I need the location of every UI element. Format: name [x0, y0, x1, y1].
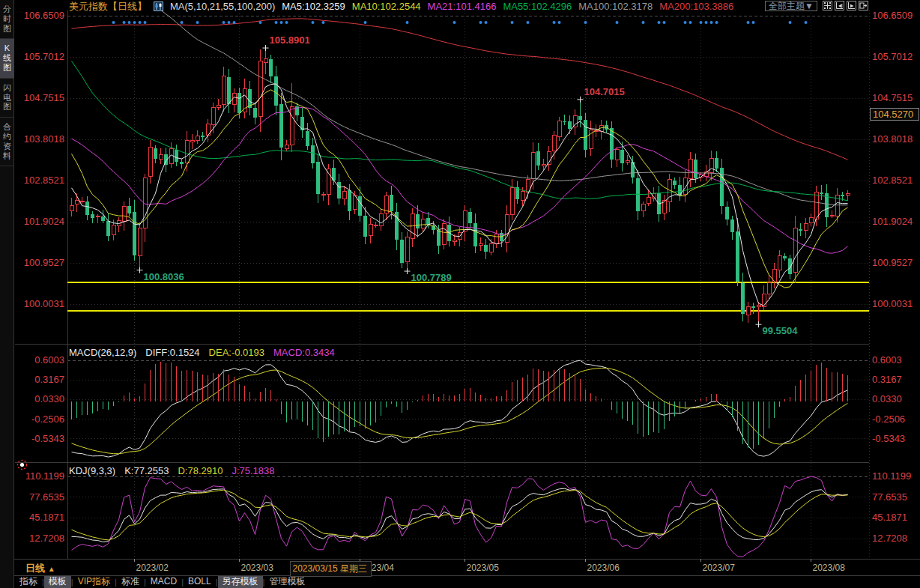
crosshair-date-readout: 2023/03/15 星期三 [290, 561, 372, 577]
sidebar-tab-char: 时 [0, 14, 14, 24]
kdj-plot [72, 476, 848, 557]
macd-y-label: -0.2506 [15, 413, 64, 425]
ma-line-ma55 [72, 61, 848, 201]
kdj-y-label: 110.1199 [15, 470, 64, 482]
macd-y-label: -0.5343 [15, 433, 64, 444]
sidebar-tab-char: 资 [0, 142, 14, 151]
sidebar-tab-1[interactable]: 分时图 [0, 0, 14, 39]
main-y-label: 100.9527 [15, 257, 64, 268]
macd-y-label: 0.0330 [872, 393, 902, 404]
kdj-header: KDJ(9,3,3)K:77.2553D:78.2910J:75.1838 [69, 465, 275, 476]
main-y-label: 106.6509 [872, 10, 913, 21]
legend-item: MA55:102.4296 [503, 1, 572, 12]
toolbar-item-5[interactable]: MACD [146, 576, 181, 588]
indicator-value: D:78.2910 [178, 465, 223, 476]
sidebar-tab-char: 分 [0, 4, 14, 14]
main-y-label: 106.6509 [15, 10, 64, 21]
chart-toolbar-icons [823, 1, 868, 10]
main-y-label: 101.9024 [872, 216, 913, 227]
kdj-y-label: 12.7208 [15, 533, 64, 544]
main-y-label: 100.0031 [15, 298, 64, 309]
price-annotation: 99.5504 [763, 325, 799, 336]
x-axis-month-label: 2023/03 [241, 563, 273, 573]
sidebar-tab-char: 电 [0, 93, 14, 103]
macd-y-label: 0.3167 [15, 374, 64, 385]
main-y-label: 100.0031 [872, 298, 913, 309]
sidebar-tab-char: 闪 [0, 83, 14, 93]
trading-terminal: {"app":{"background":"#000000"},"sidebar… [0, 0, 920, 588]
indicator-value: K:77.2553 [124, 465, 169, 476]
axis-play-icon[interactable] [847, 1, 856, 10]
toolbar-item-8[interactable]: 管理模板 [264, 576, 309, 588]
macd-y-label: 0.3167 [872, 374, 902, 385]
toolbar-item-3[interactable]: VIP指标 [73, 576, 115, 588]
toolbar-item-6[interactable]: BOLL [184, 576, 216, 588]
legend-item: MA5:102.3259 [282, 1, 345, 12]
x-axis-month-label: 2023/08 [813, 563, 845, 573]
main-y-label: 105.7012 [15, 51, 64, 62]
candlestick-chart-icon [154, 1, 163, 11]
sidebar-tab-char: 合 [0, 122, 14, 132]
macd-histogram [72, 362, 848, 449]
kline-chart-canvas[interactable]: 105.8901100.8036100.7789104.701599.5504 [0, 0, 920, 588]
theme-dropdown-button[interactable]: 全部主题▼ [765, 1, 817, 11]
chart-header: 美元指数【日线】 MA(5,10,21,55,100,200) MA5:102.… [69, 1, 733, 12]
macd-plot [72, 360, 848, 457]
pan-out-icon[interactable] [859, 1, 868, 10]
main-y-label: 105.7012 [872, 51, 913, 62]
sidebar-tab-char: 图 [0, 102, 14, 112]
bottom-toolbar: 指标|模板|VIP指标|标准|MACD|BOLL|另存模板|管理模板 [15, 576, 309, 588]
chart-type-sidebar: 分时图K线图闪电图合约资料 [0, 0, 14, 588]
macd-y-label: -0.2506 [872, 413, 905, 425]
indicator-value: KDJ(9,3,3) [69, 465, 115, 476]
macd-y-label: 0.6003 [872, 354, 902, 366]
legend-item: MA10:102.2544 [352, 1, 421, 12]
toolbar-item-1[interactable]: 指标 [15, 576, 42, 588]
price-annotation: 104.7015 [584, 86, 625, 97]
main-y-label: 104.7515 [15, 92, 64, 103]
toolbar-item-7[interactable]: 另存模板 [218, 576, 263, 588]
indicator-value: DIFF:0.1524 [145, 347, 199, 358]
macd-y-label: 0.0330 [15, 393, 64, 404]
crosshair-icon[interactable] [823, 1, 832, 10]
sidebar-tab-2[interactable]: K线图 [0, 39, 14, 78]
toolbar-item-2[interactable]: 模板 [44, 576, 71, 588]
kdj-y-label: 12.7208 [872, 533, 907, 544]
sidebar-tab-3[interactable]: 闪电图 [0, 79, 14, 118]
sidebar-tab-char: 约 [0, 132, 14, 142]
sidebar-tab-char: 料 [0, 151, 14, 161]
macd-y-label: -0.5343 [872, 433, 905, 444]
axis-shift-left-icon[interactable] [835, 1, 844, 10]
ma-line-ma5 [72, 84, 848, 306]
ma-line-ma100 [72, 0, 848, 205]
x-axis-month-label: 2023/02 [136, 563, 169, 573]
ma-group-label: MA(5,10,21,55,100,200) [170, 1, 275, 12]
macd-header: MACD(26,12,9)DIFF:0.1524DEA:-0.0193MACD:… [69, 347, 335, 358]
target-dot-icon[interactable] [16, 459, 28, 470]
indicator-value: J:75.1838 [231, 465, 274, 476]
toolbar-item-4[interactable]: 标准 [117, 576, 144, 588]
main-y-label: 103.8018 [15, 133, 64, 145]
sidebar-tab-4[interactable]: 合约资料 [0, 118, 14, 166]
sidebar-tab-char: K [0, 43, 14, 53]
legend-item: MA200:103.3886 [659, 1, 733, 12]
kdj-y-label: 45.1871 [872, 512, 907, 523]
indicator-value: MACD:0.3434 [273, 347, 335, 358]
sidebar-tab-char: 线 [0, 53, 14, 63]
x-axis-month-label: 2023/05 [467, 563, 499, 573]
main-y-label: 102.8521 [872, 175, 913, 186]
price-marker-box: 104.5270 [870, 108, 919, 121]
chevron-up-icon: ▲ [48, 565, 55, 573]
period-selector[interactable]: 日线 ▲ [25, 562, 55, 575]
kdj-y-label: 45.1871 [15, 512, 64, 523]
main-y-label: 100.9527 [872, 257, 913, 268]
kdj-y-label: 77.6535 [872, 491, 907, 503]
legend-item: MA100:102.3178 [578, 1, 653, 12]
price-annotation: 100.7789 [411, 272, 452, 283]
ma-line-ma200 [72, 19, 848, 160]
period-label-text: 日线 [25, 563, 45, 574]
x-axis-month-label: 2023/07 [703, 563, 735, 573]
main-y-label: 104.7515 [872, 92, 913, 103]
annotations: 105.8901100.8036100.7789104.701599.5504 [137, 34, 799, 336]
kdj-y-label: 110.1199 [872, 470, 911, 482]
